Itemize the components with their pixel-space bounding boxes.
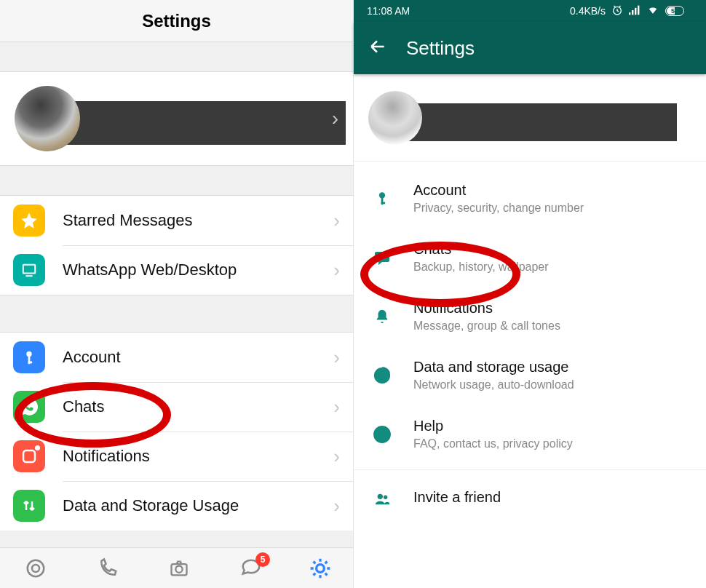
tab-camera[interactable] <box>164 554 194 583</box>
row-title: Invite a friend <box>413 489 501 506</box>
row-account[interactable]: Account Privacy, security, change number <box>354 169 706 228</box>
profile-row[interactable] <box>354 74 706 162</box>
svg-point-2 <box>26 351 31 357</box>
wifi-icon <box>646 5 659 17</box>
star-icon <box>13 204 45 237</box>
tab-status[interactable] <box>21 554 50 583</box>
chevron-right-icon <box>333 396 340 418</box>
avatar <box>368 91 422 145</box>
svg-point-7 <box>32 565 39 572</box>
svg-rect-0 <box>23 265 36 274</box>
page-title: Settings <box>0 0 353 42</box>
people-icon <box>371 491 393 507</box>
ios-settings-screen: Settings Starred Messages WhatsApp Web/D… <box>0 0 353 588</box>
status-speed: 0.4KB/s <box>570 5 606 17</box>
unread-badge: 5 <box>255 552 270 567</box>
desktop-icon <box>13 254 45 286</box>
chevron-right-icon <box>333 495 340 517</box>
bell-icon <box>371 307 393 326</box>
back-button[interactable] <box>368 37 387 59</box>
data-arrows-icon <box>13 490 45 522</box>
svg-rect-15 <box>638 5 639 15</box>
alarm-icon <box>611 4 623 18</box>
row-subtitle: Network usage, auto-download <box>413 378 574 392</box>
battery-indicator: 51 <box>665 6 693 16</box>
svg-rect-4 <box>28 362 33 364</box>
row-label: Data and Storage Usage <box>63 496 239 515</box>
signal-icon <box>629 5 640 17</box>
app-badge-icon <box>13 440 45 472</box>
app-bar: Settings <box>354 22 706 74</box>
settings-group-1: Starred Messages WhatsApp Web/Desktop <box>0 195 353 295</box>
settings-group-2: Account Chats Notifications Data and Sto… <box>0 332 353 531</box>
svg-point-21 <box>381 437 383 439</box>
row-help[interactable]: Help FAQ, contact us, privacy policy <box>354 405 706 464</box>
svg-point-10 <box>316 564 324 572</box>
svg-point-6 <box>28 560 44 576</box>
row-whatsapp-web[interactable]: WhatsApp Web/Desktop <box>0 245 353 295</box>
svg-rect-5 <box>23 450 35 462</box>
row-chats[interactable]: Chats Backup, history, wallpaper <box>354 228 706 287</box>
redacted-name <box>383 103 677 141</box>
tab-chats[interactable]: 5 <box>237 554 266 583</box>
page-title: Settings <box>406 37 475 60</box>
chevron-right-icon <box>333 445 340 468</box>
status-bar: 11:08 AM 0.4KB/s 51 <box>354 0 706 22</box>
row-title: Help <box>413 418 573 434</box>
svg-point-9 <box>176 565 183 572</box>
svg-rect-18 <box>381 202 386 204</box>
row-chats[interactable]: Chats <box>0 382 353 432</box>
chevron-right-icon <box>333 259 340 282</box>
svg-point-22 <box>378 493 383 498</box>
status-time: 11:08 AM <box>367 5 410 17</box>
row-title: Account <box>413 182 584 199</box>
redacted-name <box>36 101 346 145</box>
svg-point-23 <box>384 495 388 499</box>
row-notifications[interactable]: Notifications <box>0 432 353 481</box>
tab-calls[interactable] <box>93 554 122 583</box>
row-title: Chats <box>413 241 549 258</box>
svg-rect-12 <box>629 12 630 15</box>
row-data-storage[interactable]: Data and Storage Usage <box>0 481 353 531</box>
svg-rect-14 <box>635 7 636 15</box>
chevron-right-icon <box>332 107 338 130</box>
row-notifications[interactable]: Notifications Message, group & call tone… <box>354 287 706 346</box>
data-usage-icon <box>371 366 393 385</box>
row-label: Starred Messages <box>63 211 193 230</box>
row-subtitle: Privacy, security, change number <box>413 202 584 215</box>
title-text: Settings <box>142 11 211 31</box>
row-label: Chats <box>63 397 104 416</box>
profile-row[interactable] <box>0 71 353 166</box>
settings-list: Account Privacy, security, change number… <box>354 162 706 529</box>
android-settings-screen: 11:08 AM 0.4KB/s 51 Settings <box>353 0 706 588</box>
chevron-right-icon <box>333 346 340 369</box>
row-data-storage[interactable]: Data and storage usage Network usage, au… <box>354 346 706 405</box>
row-label: Account <box>63 348 121 367</box>
chevron-right-icon <box>333 210 340 232</box>
row-label: WhatsApp Web/Desktop <box>63 261 237 279</box>
avatar <box>15 86 80 151</box>
whatsapp-icon <box>13 391 45 423</box>
chat-icon <box>371 249 393 266</box>
row-title: Notifications <box>413 300 560 317</box>
row-account[interactable]: Account <box>0 333 353 382</box>
row-subtitle: Message, group & call tones <box>413 319 560 333</box>
row-subtitle: Backup, history, wallpaper <box>413 261 549 274</box>
row-invite-friend[interactable]: Invite a friend <box>354 476 706 522</box>
svg-rect-13 <box>632 10 633 15</box>
row-label: Notifications <box>63 447 150 466</box>
key-icon <box>371 188 393 209</box>
help-icon <box>371 425 393 444</box>
row-subtitle: FAQ, contact us, privacy policy <box>413 437 573 450</box>
key-icon <box>13 341 45 373</box>
tab-bar: 5 <box>0 547 353 588</box>
row-title: Data and storage usage <box>413 359 574 376</box>
tab-settings[interactable] <box>309 557 332 580</box>
row-starred-messages[interactable]: Starred Messages <box>0 196 353 245</box>
